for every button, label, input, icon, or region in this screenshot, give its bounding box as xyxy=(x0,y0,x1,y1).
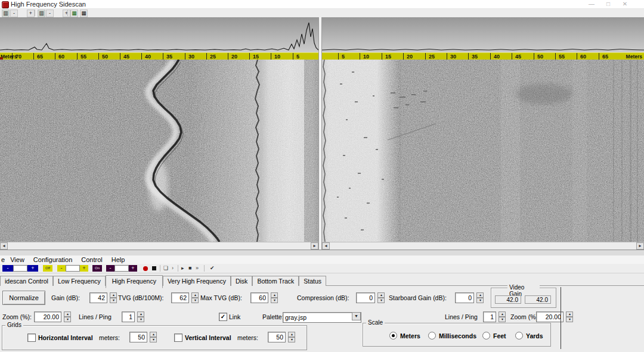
zoom-port-up-button[interactable]: ▴ xyxy=(64,311,71,317)
close-button[interactable]: ✕ xyxy=(621,1,629,8)
max-tvg-down-button[interactable]: ▾ xyxy=(271,298,278,303)
next-icon[interactable]: › xyxy=(172,265,174,272)
menu-item-partial[interactable]: e xyxy=(1,256,5,264)
v-meters-down-button[interactable]: ▾ xyxy=(288,337,295,342)
vertical-interval-checkbox[interactable] xyxy=(174,334,182,342)
grid-toggle-icon[interactable]: ▦ xyxy=(70,10,78,17)
channel2-state-label[interactable]: Off xyxy=(43,265,52,272)
zoom-port-down-button[interactable]: ▾ xyxy=(64,317,71,322)
lines-per-ping-stbd-input[interactable] xyxy=(483,311,496,322)
port-horizontal-scrollbar[interactable]: ◂ ▸ xyxy=(0,242,318,250)
tab-low-frequency[interactable]: Low Frequency xyxy=(53,276,106,286)
zoom-port-input[interactable] xyxy=(34,311,61,322)
compression-down-button[interactable]: ▾ xyxy=(377,298,385,303)
starboard-gain-spinner: ▴▾ xyxy=(455,292,484,303)
starboard-gain-input[interactable] xyxy=(455,292,474,303)
starboard-gain-up-button[interactable]: ▴ xyxy=(476,292,484,298)
port-window-icon[interactable]: ▥ xyxy=(2,10,10,17)
port-zoom-in-button[interactable]: + xyxy=(27,10,35,17)
lines-port-down-button[interactable]: ▾ xyxy=(137,317,144,322)
zoom-stbd-down-button[interactable]: ▾ xyxy=(566,317,573,322)
radio-icon[interactable] xyxy=(482,332,490,339)
menu-item-configuration[interactable]: Configuration xyxy=(33,256,72,264)
stop-playback-icon[interactable]: ■ xyxy=(188,265,191,272)
dropdown-arrow-icon[interactable]: ▼ xyxy=(352,312,361,320)
port-zoom-out-button[interactable]: - xyxy=(10,10,18,17)
gain-down-button[interactable]: ▾ xyxy=(110,298,117,303)
radio-icon[interactable] xyxy=(428,332,436,339)
normalize-button[interactable]: Normalize xyxy=(2,291,45,305)
scroll-right-arrow[interactable]: ▸ xyxy=(636,242,644,250)
menu-item-view[interactable]: View xyxy=(10,256,24,264)
channel2-value-box[interactable] xyxy=(66,265,80,272)
minimize-button[interactable]: — xyxy=(587,1,596,8)
starboard-window-icon[interactable]: ▥ xyxy=(38,10,45,17)
h-meters-down-button[interactable]: ▾ xyxy=(150,337,157,342)
channel3-state-label[interactable]: On xyxy=(92,265,102,272)
palette-input[interactable] xyxy=(283,312,361,323)
v-meters-input[interactable] xyxy=(268,332,286,342)
tab-idescan-control[interactable]: idescan Control xyxy=(0,276,53,286)
stop-record-icon[interactable] xyxy=(152,266,156,270)
compression-input[interactable] xyxy=(356,292,375,303)
gain-up-button[interactable]: ▴ xyxy=(110,292,117,298)
tab-disk[interactable]: Disk xyxy=(231,276,252,286)
scroll-left-arrow[interactable]: ◂ xyxy=(322,242,330,250)
radio-icon[interactable] xyxy=(515,332,523,339)
tab-bottom-track[interactable]: Bottom Track xyxy=(252,276,299,286)
gain-input[interactable] xyxy=(89,292,107,303)
starboard-horizontal-scrollbar[interactable]: ◂ ▸ xyxy=(322,242,644,250)
port-value-box[interactable] xyxy=(13,265,27,272)
channel2-decrease-button[interactable]: - xyxy=(57,265,66,272)
h-meters-up-button[interactable]: ▴ xyxy=(150,332,157,337)
lines-per-ping-port-input[interactable] xyxy=(122,311,135,322)
fast-forward-icon[interactable]: » xyxy=(196,265,199,272)
starboard-zoom-out-button[interactable]: - xyxy=(46,10,54,17)
port-sonar-waterfall[interactable] xyxy=(0,60,318,242)
menu-item-control[interactable]: Control xyxy=(81,256,102,264)
channel3-value-box[interactable] xyxy=(114,265,129,272)
palette-dropdown[interactable]: ▼ xyxy=(283,311,361,322)
v-meters-up-button[interactable]: ▴ xyxy=(288,332,295,337)
scale-option-feet[interactable]: Feet xyxy=(482,332,506,339)
h-meters-input[interactable] xyxy=(129,332,147,342)
tab-very-high-frequency[interactable]: Very High Frequency xyxy=(163,276,231,286)
zoom-stbd-input[interactable] xyxy=(536,311,564,322)
scale-option-yards[interactable]: Yards xyxy=(515,332,543,339)
scale-option-meters[interactable]: Meters xyxy=(389,332,420,339)
port-increase-button[interactable]: + xyxy=(27,265,38,272)
tab-high-frequency[interactable]: High Frequency xyxy=(106,275,163,288)
tvg-up-button[interactable]: ▴ xyxy=(191,292,199,298)
starboard-zoom-in-button[interactable]: + xyxy=(63,10,70,17)
tab-status[interactable]: Status xyxy=(299,276,326,286)
play-icon[interactable]: ▸ xyxy=(181,265,184,272)
lines-stbd-up-button[interactable]: ▴ xyxy=(499,311,506,317)
link-checkbox[interactable]: ✓ xyxy=(219,313,227,321)
lines-stbd-down-button[interactable]: ▾ xyxy=(499,317,506,322)
lines-port-up-button[interactable]: ▴ xyxy=(137,311,144,317)
scale-option-milliseconds[interactable]: Milliseconds xyxy=(428,332,476,339)
channel2-increase-button[interactable]: + xyxy=(80,265,88,272)
max-tvg-input[interactable] xyxy=(250,292,268,303)
table-view-icon[interactable]: ▦ xyxy=(80,10,88,17)
maximize-button[interactable]: □ xyxy=(604,1,612,8)
tvg-down-button[interactable]: ▾ xyxy=(191,298,199,303)
radio-icon[interactable] xyxy=(389,332,397,339)
horizontal-interval-checkbox[interactable] xyxy=(27,334,36,342)
port-decrease-button[interactable]: - xyxy=(2,265,13,272)
record-icon[interactable] xyxy=(143,266,148,271)
file-page-icon[interactable]: ❏ xyxy=(163,265,168,272)
starboard-sonar-waterfall[interactable] xyxy=(322,60,644,242)
channel3-increase-button[interactable]: + xyxy=(129,265,137,272)
channel3-decrease-button[interactable]: - xyxy=(106,265,114,272)
compression-up-button[interactable]: ▴ xyxy=(377,292,385,298)
zoom-stbd-up-button[interactable]: ▴ xyxy=(566,311,573,317)
scroll-left-arrow[interactable]: ◂ xyxy=(0,242,8,250)
scroll-right-arrow[interactable]: ▸ xyxy=(311,242,318,250)
apply-check-icon[interactable]: ✔ xyxy=(210,265,215,272)
max-tvg-up-button[interactable]: ▴ xyxy=(271,292,278,298)
menu-item-help[interactable]: Help xyxy=(112,256,125,264)
tvg-input[interactable] xyxy=(171,292,189,303)
starboard-gain-down-button[interactable]: ▾ xyxy=(476,298,484,303)
zoom-stbd-spinner: ▴▾ xyxy=(536,311,573,322)
